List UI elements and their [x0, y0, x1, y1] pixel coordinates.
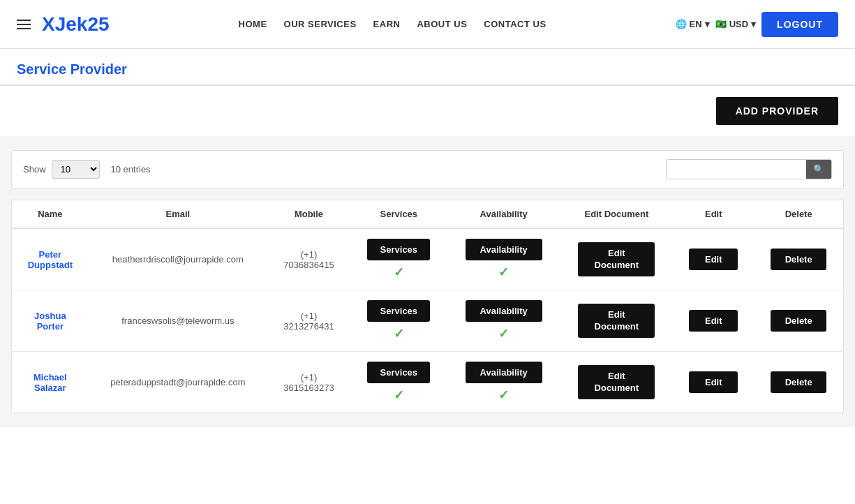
table-row: PeterDuppstadt heatherrdriscoll@jourrapi…: [12, 228, 844, 290]
cell-delete-1: Delete: [754, 290, 843, 352]
cell-delete-0: Delete: [754, 228, 843, 290]
cell-mobile-0: (+1)7036836415: [267, 228, 350, 290]
cell-email-1: franceswsolis@teleworm.us: [89, 290, 267, 352]
cell-email-2: peteraduppstadt@jourrapide.com: [89, 352, 267, 413]
currency-selector[interactable]: 🇧🇷 USD ▾: [715, 19, 756, 29]
page-header: Service Provider: [0, 49, 855, 86]
delete-button-0[interactable]: Delete: [771, 249, 826, 270]
cell-name-0: PeterDuppstadt: [12, 228, 89, 290]
lang-flag-icon: 🌐: [676, 19, 687, 29]
col-services: Services: [350, 200, 447, 229]
col-availability: Availability: [447, 200, 560, 229]
cell-name-2: MichaelSalazar: [12, 352, 89, 413]
header: XJek25 HOME OUR SERVICES EARN ABOUT US C…: [0, 0, 855, 49]
edit-document-button-0[interactable]: EditDocument: [578, 242, 655, 277]
services-button-1[interactable]: Services: [367, 300, 430, 322]
currency-label: USD: [729, 19, 748, 29]
show-controls: Show 10 25 50 10 entries: [23, 160, 151, 179]
entries-count: 10 entries: [111, 164, 151, 175]
cell-email-0: heatherrdriscoll@jourrapide.com: [89, 228, 267, 290]
delete-button-2[interactable]: Delete: [771, 371, 826, 393]
cell-edit-1: Edit: [673, 290, 754, 352]
cell-mobile-1: (+1)3213276431: [267, 290, 350, 352]
logout-button[interactable]: LOGOUT: [761, 12, 838, 37]
cell-edit-doc-1: EditDocument: [560, 290, 674, 352]
table-section: Show 10 25 50 10 entries 🔍 Name Email Mo…: [0, 136, 855, 427]
services-check-1: ✓: [394, 326, 404, 341]
lang-chevron-icon: ▾: [705, 19, 710, 29]
nav-about-us[interactable]: ABOUT US: [417, 19, 467, 29]
cell-edit-doc-0: EditDocument: [560, 228, 674, 290]
main-nav: HOME OUR SERVICES EARN ABOUT US CONTACT …: [239, 19, 547, 29]
cell-availability-2: Availability ✓: [447, 352, 560, 413]
col-delete: Delete: [754, 200, 843, 229]
search-input[interactable]: [667, 160, 806, 179]
edit-button-2[interactable]: Edit: [689, 371, 738, 393]
services-button-2[interactable]: Services: [367, 362, 430, 383]
cell-services-2: Services ✓: [350, 352, 447, 413]
header-left: XJek25: [17, 13, 110, 36]
availability-check-2: ✓: [498, 387, 509, 403]
table-controls: Show 10 25 50 10 entries 🔍: [11, 150, 844, 188]
col-edit: Edit: [673, 200, 754, 229]
page-title: Service Provider: [17, 61, 838, 77]
data-table: Name Email Mobile Services Availability …: [11, 200, 844, 413]
cell-edit-2: Edit: [673, 352, 754, 413]
toolbar: ADD PROVIDER: [0, 86, 855, 136]
table-header-row: Name Email Mobile Services Availability …: [12, 200, 844, 229]
col-name: Name: [12, 200, 89, 229]
cell-edit-0: Edit: [673, 228, 754, 290]
services-check-2: ✓: [394, 387, 404, 403]
search-icon: 🔍: [813, 164, 824, 175]
search-box: 🔍: [666, 159, 832, 179]
col-edit-document: Edit Document: [560, 200, 674, 229]
logo-text-black: XJek: [42, 13, 87, 35]
cell-availability-0: Availability ✓: [447, 228, 560, 290]
lang-label: EN: [690, 19, 702, 29]
cell-availability-1: Availability ✓: [447, 290, 560, 352]
availability-check-0: ✓: [498, 265, 509, 280]
edit-document-button-1[interactable]: EditDocument: [578, 304, 655, 339]
cell-services-0: Services ✓: [350, 228, 447, 290]
logo[interactable]: XJek25: [42, 13, 110, 36]
entries-per-page-select[interactable]: 10 25 50: [52, 160, 100, 179]
cell-mobile-2: (+1)3615163273: [267, 352, 350, 413]
services-check-0: ✓: [394, 265, 404, 280]
logo-text-blue: 25: [87, 13, 109, 35]
nav-controls: 🌐 EN ▾ 🇧🇷 USD ▾ LOGOUT: [676, 12, 838, 37]
nav-home[interactable]: HOME: [239, 19, 267, 29]
edit-button-1[interactable]: Edit: [689, 310, 738, 332]
cell-edit-doc-2: EditDocument: [560, 352, 674, 413]
availability-button-2[interactable]: Availability: [466, 362, 542, 383]
delete-button-1[interactable]: Delete: [771, 310, 826, 332]
add-provider-button[interactable]: ADD PROVIDER: [716, 97, 838, 125]
nav-our-services[interactable]: OUR SERVICES: [284, 19, 357, 29]
currency-flag-icon: 🇧🇷: [715, 19, 727, 29]
edit-document-button-2[interactable]: EditDocument: [578, 365, 655, 400]
availability-check-1: ✓: [498, 326, 509, 341]
nav-contact-us[interactable]: CONTACT US: [484, 19, 546, 29]
table-row: JoshuaPorter franceswsolis@teleworm.us (…: [12, 290, 844, 352]
availability-button-1[interactable]: Availability: [466, 300, 542, 322]
table-row: MichaelSalazar peteraduppstadt@jourrapid…: [12, 352, 844, 413]
cell-name-1: JoshuaPorter: [12, 290, 89, 352]
col-mobile: Mobile: [267, 200, 350, 229]
services-button-0[interactable]: Services: [367, 239, 430, 260]
nav-earn[interactable]: EARN: [373, 19, 401, 29]
language-selector[interactable]: 🌐 EN ▾: [676, 19, 710, 29]
hamburger-menu[interactable]: [17, 20, 31, 29]
currency-chevron-icon: ▾: [751, 19, 756, 29]
availability-button-0[interactable]: Availability: [466, 239, 542, 260]
cell-delete-2: Delete: [754, 352, 843, 413]
show-label: Show: [23, 164, 46, 175]
col-email: Email: [89, 200, 267, 229]
edit-button-0[interactable]: Edit: [689, 249, 738, 270]
cell-services-1: Services ✓: [350, 290, 447, 352]
search-button[interactable]: 🔍: [806, 160, 831, 179]
